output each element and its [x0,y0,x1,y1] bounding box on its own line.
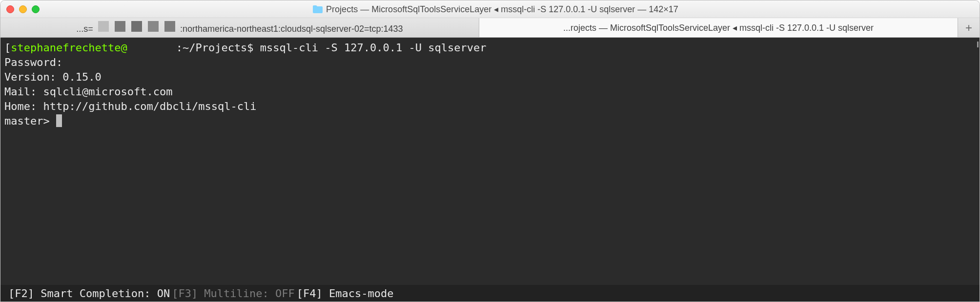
new-tab-label: + [965,21,972,35]
new-tab-button[interactable]: + [958,18,980,37]
scrollbar[interactable] [977,42,979,47]
home-line: Home: http://github.com/dbcli/mssql-cli [4,100,257,112]
terminal-window: Projects — MicrosoftSqlToolsServiceLayer… [0,0,980,302]
titlebar: Projects — MicrosoftSqlToolsServiceLayer… [0,0,980,18]
tab-2-label: ...rojects — MicrosoftSqlToolsServiceLay… [563,22,874,33]
cursor [56,114,62,127]
window-title: Projects — MicrosoftSqlToolsServiceLayer… [46,4,944,15]
close-window-button[interactable] [6,5,14,13]
tabbar: ...s=:northamerica-northeast1:cloudsql-s… [0,18,980,38]
terminal-body[interactable]: [stephanefrechette@:~/Projects$ mssql-cl… [0,38,980,285]
statusbar: [F2] Smart Completion: ON [F3] Multiline… [0,285,980,302]
maximize-window-button[interactable] [32,5,40,13]
tab-2[interactable]: ...rojects — MicrosoftSqlToolsServiceLay… [479,18,958,37]
minimize-window-button[interactable] [19,5,27,13]
prompt-user-host: stephanefrechette@ [11,42,127,54]
status-f4: [F4] Emacs-mode [297,287,394,300]
mail-line: Mail: sqlcli@microsoft.com [4,86,172,98]
prompt-path: :~/Projects$ [176,42,260,54]
password-line: Password: [4,56,62,68]
tab-1-label-suffix: :northamerica-northeast1:cloudsql-sqlser… [180,24,403,34]
window-title-text: Projects — MicrosoftSqlToolsServiceLayer… [326,4,678,15]
status-f2: [F2] Smart Completion: ON [8,287,170,300]
db-prompt: master> [4,115,56,127]
version-line: Version: 0.15.0 [4,71,102,83]
tab-1[interactable]: ...s=:northamerica-northeast1:cloudsql-s… [0,18,479,37]
status-f3: [F3] Multiline: OFF [172,287,295,300]
tab-1-label-prefix: ...s= [76,24,93,34]
command-text: mssql-cli -S 127.0.0.1 -U sqlserver [260,42,487,54]
traffic-lights [6,5,40,13]
folder-icon [312,5,323,14]
prompt-bracket: [ [4,42,11,54]
redacted-segment [98,21,175,32]
